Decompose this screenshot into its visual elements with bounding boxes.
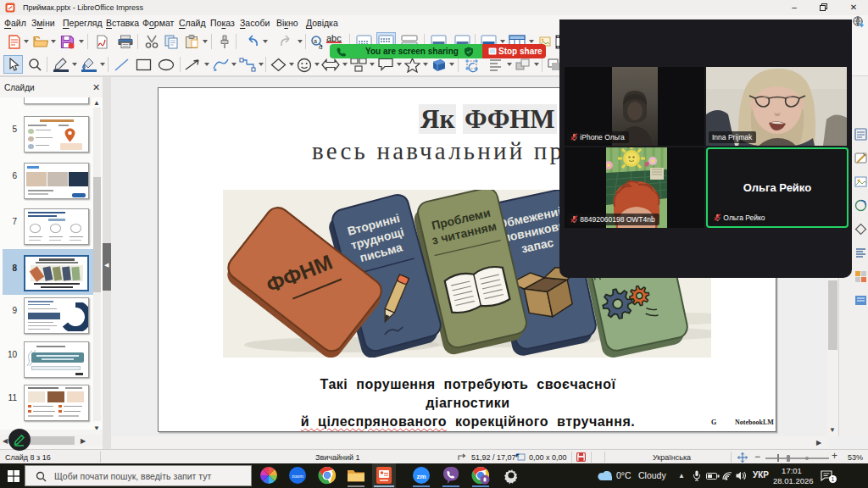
svg-text:zm: zm [416, 473, 426, 480]
svg-text:d: d [319, 43, 322, 50]
svg-text:a: a [314, 38, 317, 44]
svg-text:zoom: zoom [292, 474, 303, 479]
